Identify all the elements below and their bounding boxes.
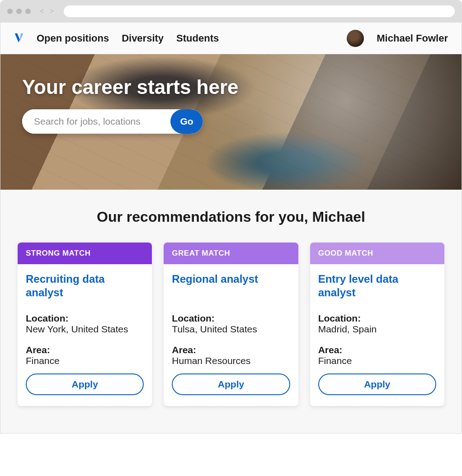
nav-link-students[interactable]: Students <box>176 33 219 44</box>
window-dot-minimize[interactable] <box>16 9 22 14</box>
top-nav: Open positions Diversity Students Michae… <box>0 23 462 54</box>
cards-row: STRONG MATCH Recruiting data analyst Loc… <box>18 243 444 406</box>
job-card: GREAT MATCH Regional analyst Location: T… <box>164 243 298 406</box>
job-title-link[interactable]: Recruiting data analyst <box>26 272 144 300</box>
window-dot-close[interactable] <box>7 9 13 14</box>
area-value: Finance <box>318 355 436 366</box>
job-title-link[interactable]: Regional analyst <box>172 272 290 300</box>
job-card: GOOD MATCH Entry level data analyst Loca… <box>310 243 444 406</box>
apply-button[interactable]: Apply <box>26 373 144 395</box>
nav-link-diversity[interactable]: Diversity <box>122 33 164 44</box>
section-title: Our recommendations for you, Michael <box>18 209 444 225</box>
area-label: Area: <box>26 345 144 355</box>
apply-button[interactable]: Apply <box>172 373 290 395</box>
area-value: Finance <box>26 355 144 366</box>
user-name: Michael Fowler <box>377 33 448 44</box>
address-bar[interactable] <box>64 5 455 17</box>
browser-chrome: < > <box>0 0 462 23</box>
area-label: Area: <box>172 345 290 355</box>
nav-link-open-positions[interactable]: Open positions <box>37 33 109 44</box>
logo-icon[interactable] <box>14 33 24 44</box>
area-value: Human Resources <box>172 355 290 366</box>
search-go-button[interactable]: Go <box>170 109 203 134</box>
location-label: Location: <box>172 313 290 324</box>
app-frame: Open positions Diversity Students Michae… <box>0 23 462 434</box>
location-value: Tulsa, United States <box>172 324 290 335</box>
hero-banner: Your career starts here Go <box>0 54 462 190</box>
area-label: Area: <box>318 345 436 355</box>
nav-arrows-icon[interactable]: < > <box>40 7 56 15</box>
location-label: Location: <box>318 313 436 324</box>
match-badge: GREAT MATCH <box>164 243 298 264</box>
window-controls <box>7 9 31 14</box>
search-wrap: Go <box>22 109 203 134</box>
hero-title: Your career starts here <box>22 76 440 98</box>
recommendations-section: Our recommendations for you, Michael STR… <box>0 190 462 433</box>
window-dot-zoom[interactable] <box>25 9 31 14</box>
location-value: New York, United States <box>26 324 144 335</box>
job-card: STRONG MATCH Recruiting data analyst Loc… <box>18 243 152 406</box>
location-label: Location: <box>26 313 144 324</box>
job-title-link[interactable]: Entry level data analyst <box>318 272 436 300</box>
location-value: Madrid, Spain <box>318 324 436 335</box>
match-badge: STRONG MATCH <box>18 243 152 264</box>
search-input[interactable] <box>22 109 170 134</box>
match-badge: GOOD MATCH <box>310 243 444 264</box>
apply-button[interactable]: Apply <box>318 373 436 395</box>
avatar[interactable] <box>347 30 364 47</box>
